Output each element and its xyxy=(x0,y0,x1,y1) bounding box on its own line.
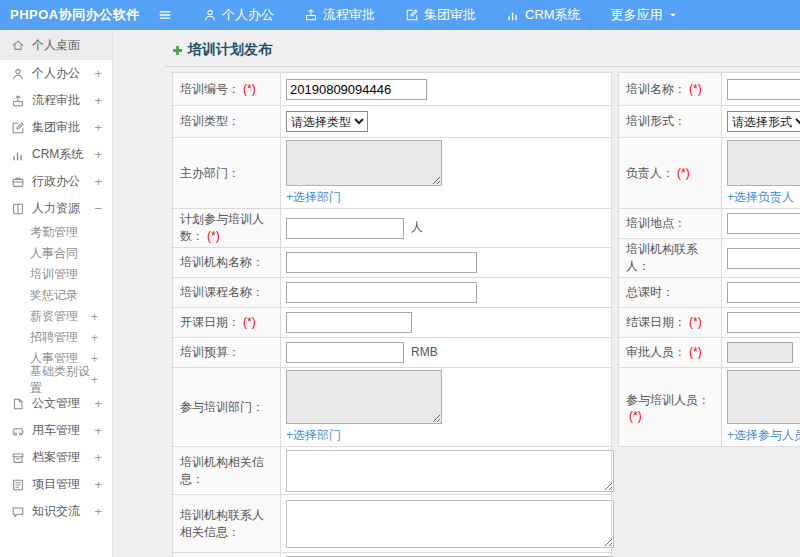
join_people-select-link[interactable]: +选择参与人员 xyxy=(727,427,800,444)
org_info-label: 培训机构相关信息： xyxy=(180,455,264,486)
nav-label: 个人办公 xyxy=(222,6,274,24)
expand-plus-icon[interactable]: + xyxy=(91,373,98,387)
sidebar-item-archive[interactable]: 档案管理+ xyxy=(0,444,112,471)
form-row: 计划参与培训人数：(*)人 xyxy=(173,209,612,248)
budget-input[interactable] xyxy=(286,342,404,363)
flow-icon xyxy=(11,94,25,108)
start_date-field-cell xyxy=(281,308,612,338)
app-title: PHPOA协同办公软件 xyxy=(0,6,148,24)
expand-plus-icon[interactable]: + xyxy=(94,478,102,491)
join_dept-textarea[interactable] xyxy=(286,370,442,424)
sidebar-item-official-doc[interactable]: 公文管理+ xyxy=(0,390,112,417)
leader-select-link[interactable]: +选择负责人 xyxy=(727,189,794,206)
form-row: 培训机构联系人相关信息： xyxy=(173,495,612,553)
expand-plus-icon[interactable]: + xyxy=(94,175,102,188)
training_form-select[interactable]: 请选择形式 xyxy=(727,111,800,132)
sidebar-subitem-recruit[interactable]: 招聘管理+ xyxy=(0,327,112,348)
approver-input[interactable] xyxy=(727,342,793,363)
training_req-field-cell xyxy=(281,553,612,557)
sidebar-item-knowledge[interactable]: 知识交流+ xyxy=(0,498,112,525)
course_name-input[interactable] xyxy=(286,282,477,303)
archive-icon xyxy=(11,451,25,465)
join_people-field-cell: +选择参与人员 xyxy=(722,368,800,447)
nav-label: 流程审批 xyxy=(323,6,375,24)
form-row: 培训名称：(*) xyxy=(619,73,800,106)
leader-label: 负责人： xyxy=(626,166,674,180)
training_form-field-cell: 请选择形式 xyxy=(722,106,800,138)
form-row: 培训机构名称： xyxy=(173,248,612,278)
form-row: 参与培训人员：(*)+选择参与人员 xyxy=(619,368,800,447)
expand-plus-icon[interactable]: + xyxy=(94,424,102,437)
sidebar-subitem-label: 招聘管理 xyxy=(30,329,78,346)
sidebar-subitem-salary[interactable]: 薪资管理+ xyxy=(0,306,112,327)
expand-plus-icon[interactable]: + xyxy=(94,505,102,518)
join_people-textarea[interactable] xyxy=(727,370,800,424)
end_date-field-cell xyxy=(722,308,800,338)
budget-field-cell: RMB xyxy=(281,338,612,368)
expand-plus-icon[interactable]: + xyxy=(91,310,98,324)
plan_people-input[interactable] xyxy=(286,218,404,239)
org_contact_info-field-cell xyxy=(281,495,612,553)
expand-plus-icon[interactable]: + xyxy=(91,331,98,345)
form-row: 负责人：(*)+选择负责人 xyxy=(619,138,800,209)
sidebar-item-label: 集团审批 xyxy=(32,119,80,136)
expand-plus-icon[interactable]: + xyxy=(91,352,98,366)
join_dept-select-link[interactable]: +选择部门 xyxy=(286,427,341,444)
expand-plus-icon[interactable]: + xyxy=(94,121,102,134)
expand-plus-icon[interactable]: + xyxy=(94,451,102,464)
sidebar-subitem-training[interactable]: 培训管理 xyxy=(0,264,112,285)
host_dept-select-link[interactable]: +选择部门 xyxy=(286,189,341,206)
budget-suffix: RMB xyxy=(411,345,438,359)
approver-label: 审批人员： xyxy=(626,345,686,359)
nav-item-flow-approval[interactable]: 流程审批 xyxy=(289,0,390,30)
sidebar-item-admin-office[interactable]: 行政办公+ xyxy=(0,168,112,195)
host_dept-label: 主办部门： xyxy=(180,166,240,180)
expand-plus-icon[interactable]: + xyxy=(94,67,102,80)
nav-item-crm-system[interactable]: CRM系统 xyxy=(491,0,596,30)
sidebar-subitem-attendance[interactable]: 考勤管理 xyxy=(0,222,112,243)
chart-icon xyxy=(506,8,520,22)
sidebar-item-project[interactable]: 项目管理+ xyxy=(0,471,112,498)
org_info-textarea[interactable] xyxy=(286,450,614,492)
org_contact_info-textarea[interactable] xyxy=(286,500,614,548)
budget-label: 培训预算： xyxy=(180,345,240,359)
start_date-input[interactable] xyxy=(286,312,412,333)
host_dept-textarea[interactable] xyxy=(286,140,442,186)
expand-plus-icon[interactable]: + xyxy=(94,94,102,107)
training_type-select[interactable]: 请选择类型 xyxy=(286,111,368,132)
leader-textarea[interactable] xyxy=(727,140,800,186)
expand-plus-icon[interactable]: + xyxy=(94,397,102,410)
hamburger-icon[interactable] xyxy=(148,8,182,22)
expand-plus-icon[interactable]: + xyxy=(94,148,102,161)
training_no-input[interactable] xyxy=(286,79,427,100)
doc-icon xyxy=(11,397,25,411)
nav-item-group-approval[interactable]: 集团审批 xyxy=(390,0,491,30)
location-input[interactable] xyxy=(727,213,800,234)
total_hours-input[interactable] xyxy=(727,282,800,303)
briefcase-icon xyxy=(11,175,25,189)
sidebar-subitem-base-category[interactable]: 基础类别设置+ xyxy=(0,369,112,390)
sidebar-subitem-reward-punish[interactable]: 奖惩记录 xyxy=(0,285,112,306)
sidebar-item-hr[interactable]: 人力资源− xyxy=(0,195,112,222)
end_date-input[interactable] xyxy=(727,312,800,333)
sidebar-subitem-hr-contract[interactable]: 人事合同 xyxy=(0,243,112,264)
sidebar-item-personal-office[interactable]: 个人办公+ xyxy=(0,60,112,87)
nav-item-personal-office[interactable]: 个人办公 xyxy=(188,0,289,30)
org_name-input[interactable] xyxy=(286,252,477,273)
org_contact-input[interactable] xyxy=(727,248,800,269)
sidebar-item-personal-desktop[interactable]: 个人桌面 xyxy=(0,30,112,60)
collapse-minus-icon[interactable]: − xyxy=(94,202,102,215)
sidebar-item-flow-approval[interactable]: 流程审批+ xyxy=(0,87,112,114)
course_name-label: 培训课程名称： xyxy=(180,285,264,299)
sidebar-item-vehicle[interactable]: 用车管理+ xyxy=(0,417,112,444)
sidebar-item-group-approval[interactable]: 集团审批+ xyxy=(0,114,112,141)
add-icon xyxy=(171,44,184,57)
top-nav: 个人办公流程审批集团审批CRM系统更多应用 xyxy=(188,0,693,30)
training_name-input[interactable] xyxy=(727,79,800,100)
nav-item-more-apps[interactable]: 更多应用 xyxy=(596,0,693,30)
user-icon xyxy=(11,67,25,81)
training_form-label: 培训形式： xyxy=(626,114,686,128)
sidebar-subitem-label: 基础类别设置 xyxy=(30,363,91,397)
sidebar-item-crm-system[interactable]: CRM系统+ xyxy=(0,141,112,168)
approver-field-cell: +选择审批人员 xyxy=(722,338,800,368)
